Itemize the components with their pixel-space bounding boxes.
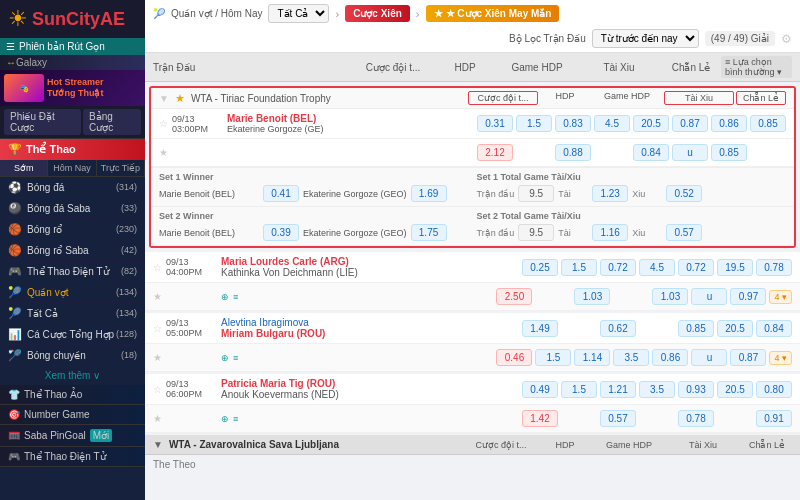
set2-odds1-btn[interactable]: 0.39 — [263, 224, 299, 241]
m1-t2[interactable]: u — [691, 349, 727, 366]
featured-game2-btn[interactable]: 0.84 — [633, 144, 669, 161]
m2-hv2[interactable]: 0.57 — [600, 410, 636, 427]
m1-h2[interactable]: 1.14 — [574, 349, 610, 366]
m0-tv1[interactable]: 0.78 — [756, 259, 792, 276]
match2-sub-icon[interactable]: ⊕ — [221, 414, 229, 424]
featured-o1-btn[interactable]: 0.31 — [477, 115, 513, 132]
sport-item-bongda[interactable]: ⚽ Bóng đá (314) — [0, 177, 145, 198]
m1-hv1[interactable]: 0.62 — [600, 320, 636, 337]
m2-t1[interactable]: 20.5 — [717, 381, 753, 398]
m2-ghv1[interactable]: 0.93 — [678, 381, 714, 398]
featured-star1-icon[interactable]: ☆ — [159, 118, 168, 129]
cuoc-xien-btn[interactable]: Cược Xiên — [345, 5, 410, 22]
m0-hv1[interactable]: 0.72 — [600, 259, 636, 276]
featured-hv1-btn[interactable]: 0.83 — [555, 115, 591, 132]
match1-team2[interactable]: Miriam Bulgaru (ROU) — [221, 328, 522, 339]
tab-homnay[interactable]: Hôm Nay — [48, 160, 96, 176]
m1-hv2[interactable]: 1.5 — [535, 349, 571, 366]
match1-team1[interactable]: Alevtina Ibragimova — [221, 317, 522, 328]
bottom-item-numgame[interactable]: 🎯 Number Game — [0, 405, 145, 425]
match0-star2-icon[interactable]: ★ — [153, 291, 162, 302]
m2-hv1[interactable]: 1.21 — [600, 381, 636, 398]
m1-ghv1[interactable]: 0.85 — [678, 320, 714, 337]
featured-o2-btn[interactable]: 2.12 — [477, 144, 513, 161]
bottom-item-esport2[interactable]: 🎮 Thể Thao Điện Tử — [0, 447, 145, 467]
sport-item-tennis[interactable]: 🎾 Quần vợt (134) — [0, 282, 145, 303]
tab-tructiep[interactable]: Trực Tiếp — [97, 160, 145, 176]
sport-item-bongro-saba[interactable]: 🏀 Bóng rổ Saba (42) — [0, 240, 145, 261]
all-select[interactable]: Tất Cả — [268, 4, 329, 23]
featured-gh1-btn[interactable]: 4.5 — [594, 115, 630, 132]
m0-ghv1[interactable]: 0.72 — [678, 259, 714, 276]
table-btn[interactable]: Bảng Cược — [83, 109, 141, 135]
m1-tv2[interactable]: 0.87 — [730, 349, 766, 366]
match0-team2[interactable]: Kathinka Von Deichmann (LIE) — [221, 267, 522, 278]
m2-gh1[interactable]: 3.5 — [639, 381, 675, 398]
sport-item-bongchuyen[interactable]: 🏸 Bóng chuyền (18) — [0, 345, 145, 366]
m1-tv1[interactable]: 0.84 — [756, 320, 792, 337]
m0-t1[interactable]: 19.5 — [717, 259, 753, 276]
see-more-btn[interactable]: Xem thêm ∨ — [0, 366, 145, 385]
sport-item-tatca[interactable]: 🎾 Tất Cả (134) — [0, 303, 145, 324]
galaxy-bar[interactable]: ↔ Galaxy — [0, 55, 145, 70]
match1-star-icon[interactable]: ☆ — [153, 323, 162, 334]
match0-team1[interactable]: Maria Lourdes Carle (ARG) — [221, 256, 522, 267]
m2-tv2[interactable]: 0.91 — [756, 410, 792, 427]
featured-tai1-btn[interactable]: 20.5 — [633, 115, 669, 132]
featured-star2-icon[interactable]: ★ — [159, 147, 168, 158]
featured-hv2-btn[interactable]: 0.88 — [555, 144, 591, 161]
set2-odds2-btn[interactable]: 1.75 — [411, 224, 447, 241]
m1-gh2[interactable]: 3.5 — [613, 349, 649, 366]
m2-o1[interactable]: 0.49 — [522, 381, 558, 398]
m1-more-btn[interactable]: 4 ▾ — [769, 351, 792, 365]
m0-o2[interactable]: 2.50 — [496, 288, 532, 305]
featured-expand-icon[interactable]: ▼ — [159, 93, 169, 104]
m0-tv2[interactable]: 0.97 — [730, 288, 766, 305]
m0-more-btn[interactable]: 4 ▾ — [769, 290, 792, 304]
sport-item-bongda-saba[interactable]: 🎱 Bóng đá Saba (33) — [0, 198, 145, 219]
display-options-btn[interactable]: ≡ Lựa chọn bình thường ▾ — [721, 56, 792, 78]
featured-team2-name[interactable]: Ekaterine Gorgoze (GE) — [227, 124, 477, 134]
match2-star2-icon[interactable]: ★ — [153, 413, 162, 424]
match1-sub-icon2[interactable]: ≡ — [233, 353, 238, 363]
bottom-item-virtual[interactable]: 👕 Thể Thao Ảo — [0, 385, 145, 405]
bottom-expand-icon[interactable]: ▼ — [153, 439, 163, 450]
settings-icon[interactable]: ⚙ — [781, 32, 792, 46]
bottom-item-sabaping[interactable]: 🥅 Saba PinGoal Mới — [0, 425, 145, 447]
match2-team1[interactable]: Patricia Maria Tig (ROU) — [221, 378, 522, 389]
match0-sub-icon[interactable]: ⊕ — [221, 292, 229, 302]
bet-slip-btn[interactable]: Phiếu Đặt Cược — [4, 109, 81, 135]
match2-sub-icon2[interactable]: ≡ — [233, 414, 238, 424]
match1-star2-icon[interactable]: ★ — [153, 352, 162, 363]
m1-ghv2[interactable]: 0.86 — [652, 349, 688, 366]
set1-odds1-btn[interactable]: 0.41 — [263, 185, 299, 202]
featured-taiv2-btn[interactable]: 0.85 — [711, 144, 747, 161]
match2-star-icon[interactable]: ☆ — [153, 384, 162, 395]
m0-o1[interactable]: 0.25 — [522, 259, 558, 276]
sport-item-cac[interactable]: 📊 Cá Cược Tổng Hợp (128) — [0, 324, 145, 345]
featured-chanle1-btn[interactable]: 0.85 — [750, 115, 786, 132]
m1-o1[interactable]: 1.49 — [522, 320, 558, 337]
m0-hv2[interactable]: 1.03 — [574, 288, 610, 305]
m0-gh1[interactable]: 4.5 — [639, 259, 675, 276]
featured-team1-name[interactable]: Marie Benoit (BEL) — [227, 113, 477, 124]
set1-odds2-btn[interactable]: 1.69 — [411, 185, 447, 202]
m0-h1[interactable]: 1.5 — [561, 259, 597, 276]
m0-t2[interactable]: u — [691, 288, 727, 305]
sport-item-esport[interactable]: 🎮 Thể Thao Điện Tử (82) — [0, 261, 145, 282]
m2-h1[interactable]: 1.5 — [561, 381, 597, 398]
featured-taiv1-btn[interactable]: 0.87 — [672, 115, 708, 132]
set2-tai-btn[interactable]: 1.16 — [592, 224, 628, 241]
tab-som[interactable]: Sớm — [0, 160, 48, 176]
set1-xiu-btn[interactable]: 0.52 — [666, 185, 702, 202]
m1-t1[interactable]: 20.5 — [717, 320, 753, 337]
m0-ghv2[interactable]: 1.03 — [652, 288, 688, 305]
match0-sub-icon2[interactable]: ≡ — [233, 292, 238, 302]
featured-xiu1-btn[interactable]: 0.86 — [711, 115, 747, 132]
featured-h1-btn[interactable]: 1.5 — [516, 115, 552, 132]
match0-star-icon[interactable]: ☆ — [153, 262, 162, 273]
sport-item-bongro[interactable]: 🏀 Bóng rổ (230) — [0, 219, 145, 240]
set1-tai-btn[interactable]: 1.23 — [592, 185, 628, 202]
match1-sub-icon[interactable]: ⊕ — [221, 353, 229, 363]
time-select[interactable]: Từ trước đến nay — [592, 29, 699, 48]
